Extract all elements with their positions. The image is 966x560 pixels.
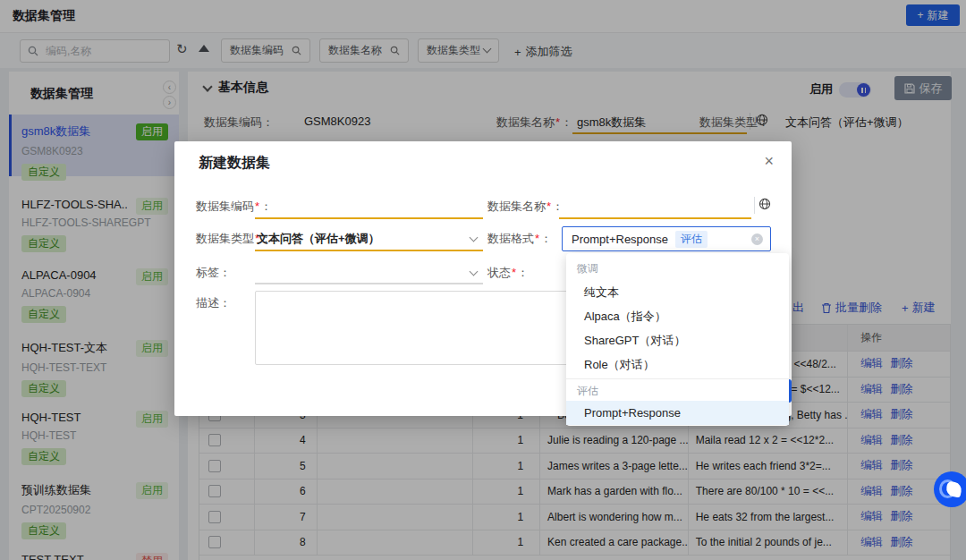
assistant-floating-button[interactable] [934, 471, 966, 507]
modal-tag-underline [255, 283, 483, 284]
modal-tag-label: 标签： [196, 265, 231, 281]
dropdown-option-prompt-response[interactable]: Prompt+Response [566, 401, 789, 425]
modal-type-underline [255, 250, 483, 251]
field-divider [754, 197, 755, 214]
modal-desc-label: 描述： [196, 295, 231, 311]
dropdown-group-eval: 评估 [566, 381, 789, 401]
modal-format-select[interactable]: Prompt+Response 评估 × [562, 226, 771, 251]
globe-icon[interactable] [758, 198, 771, 210]
dropdown-group-finetune: 微调 [566, 257, 789, 280]
close-icon[interactable]: × [764, 152, 774, 171]
dropdown-option-role[interactable]: Role（对话） [566, 352, 789, 377]
format-group-tag: 评估 [675, 231, 708, 248]
dropdown-option-sharegpt[interactable]: ShareGPT（对话） [566, 328, 789, 352]
dropdown-option-alpaca[interactable]: Alpaca（指令） [566, 304, 789, 328]
dataset-management-page: 数据集管理 + 新建 ↻ 数据集编码 数据集名称 数据集类型 + [0, 0, 966, 560]
modal-format-label: 数据格式*： [487, 231, 552, 247]
modal-name-input[interactable] [559, 197, 751, 216]
dropdown-option-plain-text[interactable]: 纯文本 [566, 280, 789, 304]
format-dropdown: 微调 纯文本 Alpaca（指令） ShareGPT（对话） Role（对话） … [566, 253, 789, 426]
modal-name-label: 数据集名称*： [487, 199, 564, 215]
modal-tag-select[interactable] [255, 263, 483, 283]
modal-code-input[interactable] [255, 197, 483, 216]
modal-status-label: 状态*： [487, 265, 529, 281]
modal-title: 新建数据集 [199, 154, 270, 173]
chevron-down-icon [470, 233, 479, 242]
modal-name-underline [559, 217, 751, 219]
format-value: Prompt+Response [572, 233, 668, 246]
modal-code-underline [255, 217, 483, 219]
dropdown-divider [566, 378, 789, 379]
clear-icon[interactable]: × [751, 233, 763, 245]
modal-type-select[interactable]: 文本问答（评估+微调） [257, 231, 380, 247]
